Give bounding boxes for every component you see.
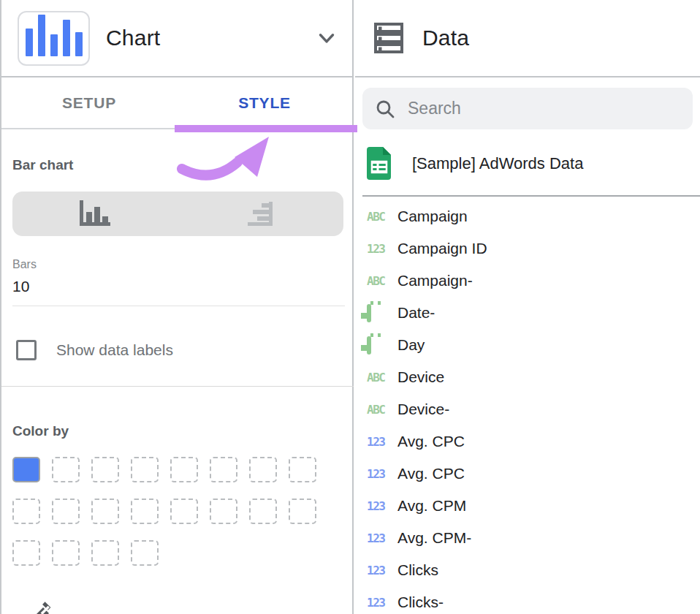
field-label: Avg. CPM — [397, 497, 466, 515]
field-type-icon — [367, 338, 397, 352]
field-label: Date- — [397, 304, 435, 322]
chart-properties-panel: Chart SETUP STYLE Bar chart — [1, 0, 354, 614]
empty-color-swatch[interactable] — [91, 457, 119, 482]
divider — [12, 306, 345, 306]
field-type-icon: 123 — [367, 467, 397, 481]
empty-color-swatch[interactable] — [210, 499, 237, 524]
chart-type-toggle — [12, 192, 343, 236]
field-item[interactable]: Date- — [355, 297, 700, 329]
tab-style[interactable]: STYLE — [177, 77, 352, 128]
data-panel: Data [Sample] AdWords Data — [355, 0, 700, 614]
field-item[interactable]: Day — [355, 329, 700, 361]
empty-color-swatch[interactable] — [52, 540, 80, 566]
field-label: Device — [397, 368, 444, 386]
chart-panel-header: Chart — [1, 0, 352, 77]
empty-color-swatch[interactable] — [91, 540, 119, 566]
field-item[interactable]: 123 Avg. CPC — [355, 425, 700, 458]
field-item[interactable]: ABC Device — [355, 361, 700, 393]
field-label: Campaign- — [397, 272, 473, 289]
empty-color-swatch[interactable] — [289, 457, 316, 482]
panel-title-data: Data — [422, 26, 469, 50]
field-item[interactable]: ABC Campaign — [355, 200, 700, 232]
curved-arrow-icon — [177, 133, 273, 184]
field-search-box — [362, 88, 693, 129]
field-item[interactable]: 123 Clicks — [355, 554, 700, 586]
field-item[interactable]: 123 Campaign ID — [355, 232, 700, 265]
field-item[interactable]: 123 Avg. CPM- — [355, 522, 700, 554]
field-type-icon: 123 — [367, 499, 397, 513]
field-type-icon: ABC — [367, 274, 397, 288]
empty-color-swatch[interactable] — [12, 540, 40, 566]
color-swatch-grid — [12, 457, 345, 574]
horizontal-bar-chart-option[interactable] — [178, 192, 344, 236]
data-list-icon — [373, 21, 406, 55]
field-label: Day — [397, 336, 425, 354]
field-label: Avg. CPC — [397, 465, 465, 482]
field-label: Clicks- — [397, 594, 444, 611]
style-tab-highlight — [175, 125, 357, 132]
pencil-icon — [18, 600, 56, 614]
field-item[interactable]: 123 Clicks- — [355, 586, 700, 614]
horizontal-bar-chart-icon — [246, 200, 275, 228]
field-type-icon: ABC — [367, 403, 397, 417]
show-data-labels-label: Show data labels — [56, 341, 173, 359]
field-label: Campaign ID — [397, 240, 487, 257]
bars-count-input[interactable] — [12, 278, 100, 295]
data-panel-header: Data — [355, 0, 700, 77]
field-item[interactable]: 123 Avg. CPM — [355, 490, 700, 522]
search-icon — [374, 98, 396, 120]
empty-color-swatch[interactable] — [170, 499, 198, 524]
field-item[interactable]: 123 Avg. CPC — [355, 458, 700, 490]
color-by-section-title: Color by — [12, 360, 352, 439]
section-divider — [1, 386, 354, 387]
field-type-icon: 123 — [367, 531, 397, 545]
empty-color-swatch[interactable] — [170, 457, 198, 482]
search-input[interactable] — [408, 99, 681, 118]
empty-color-swatch[interactable] — [131, 499, 159, 524]
field-label: Avg. CPC — [397, 433, 465, 450]
empty-color-swatch[interactable] — [249, 499, 277, 524]
field-label: Device- — [397, 401, 449, 418]
empty-color-swatch[interactable] — [249, 457, 277, 482]
sheets-icon — [367, 147, 392, 180]
empty-color-swatch[interactable] — [131, 457, 159, 482]
empty-color-swatch[interactable] — [210, 457, 237, 482]
field-label: Clicks — [397, 561, 438, 579]
tab-setup[interactable]: SETUP — [1, 77, 177, 128]
show-data-labels-checkbox[interactable] — [16, 340, 37, 360]
field-type-icon — [367, 306, 397, 320]
bars-label: Bars — [12, 258, 352, 271]
calendar-icon — [367, 336, 371, 355]
panel-title-chart: Chart — [106, 26, 160, 50]
field-item[interactable]: ABC Campaign- — [355, 265, 700, 297]
empty-color-swatch[interactable] — [12, 499, 40, 524]
field-type-icon: ABC — [367, 210, 397, 224]
empty-color-swatch[interactable] — [91, 499, 119, 524]
field-type-icon: 123 — [367, 435, 397, 449]
field-label: Campaign — [397, 208, 468, 225]
looker-studio-properties: Chart SETUP STYLE Bar chart — [0, 0, 700, 614]
field-item[interactable]: ABC Device- — [355, 393, 700, 425]
field-type-icon: 123 — [367, 564, 397, 577]
field-label: Avg. CPM- — [397, 529, 471, 547]
datasource-name: [Sample] AdWords Data — [412, 154, 583, 173]
style-tab-content: Bar chart — [1, 129, 352, 614]
column-chart-icon — [78, 200, 112, 228]
chevron-down-icon[interactable] — [314, 26, 339, 50]
empty-color-swatch[interactable] — [131, 540, 159, 566]
empty-color-swatch[interactable] — [52, 499, 80, 524]
bar-chart-icon — [18, 11, 90, 66]
edit-color-button[interactable] — [12, 600, 83, 614]
empty-color-swatch[interactable] — [289, 499, 316, 524]
setup-style-tabbar: SETUP STYLE — [1, 77, 352, 129]
column-chart-option[interactable] — [12, 192, 178, 236]
field-list: ABC Campaign 123 Campaign ID ABC Campaig… — [355, 200, 700, 614]
show-data-labels-row: Show data labels — [12, 340, 352, 360]
datasource-row[interactable]: [Sample] AdWords Data — [355, 147, 700, 180]
field-type-icon: 123 — [367, 242, 397, 256]
divider — [362, 195, 700, 197]
calendar-icon — [367, 304, 371, 322]
field-type-icon: 123 — [367, 596, 397, 610]
empty-color-swatch[interactable] — [52, 457, 80, 482]
selected-color-swatch[interactable] — [12, 457, 40, 482]
